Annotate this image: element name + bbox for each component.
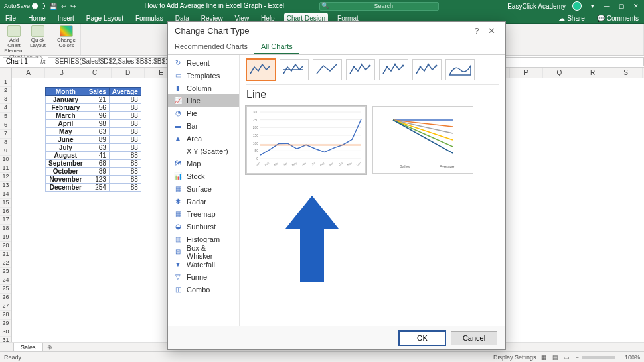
ok-button[interactable]: OK xyxy=(399,331,445,345)
chart-type-area[interactable]: ▲Area xyxy=(168,132,239,145)
quick-layout-button[interactable]: Quick Layout xyxy=(27,25,49,48)
row-header-30[interactable]: 30 xyxy=(0,328,11,337)
row-header-17[interactable]: 17 xyxy=(0,216,11,225)
ribbon-tab-formulas[interactable]: Formulas xyxy=(133,13,166,23)
zoom-out-icon[interactable]: − xyxy=(575,354,578,361)
dialog-help-icon[interactable]: ? xyxy=(469,26,484,36)
zoom-slider[interactable] xyxy=(582,356,615,359)
row-header-27[interactable]: 27 xyxy=(0,302,11,311)
line-subtype-4[interactable] xyxy=(346,59,375,80)
chart-type-radar[interactable]: ✱Radar xyxy=(168,195,239,208)
fx-icon[interactable]: fx xyxy=(39,58,48,65)
row-header-16[interactable]: 16 xyxy=(0,208,11,216)
row-header-6[interactable]: 6 xyxy=(0,121,11,130)
col-header-B[interactable]: B xyxy=(45,68,78,78)
col-header-S[interactable]: S xyxy=(609,68,643,78)
minimize-icon[interactable]: — xyxy=(603,2,611,10)
cancel-button[interactable]: Cancel xyxy=(451,331,497,345)
maximize-icon[interactable]: ▢ xyxy=(617,2,625,10)
row-header-10[interactable]: 10 xyxy=(0,156,11,164)
chart-type-waterfall[interactable]: ▼Waterfall xyxy=(168,258,239,271)
dialog-close-icon[interactable]: ✕ xyxy=(484,26,499,36)
dialog-tab-all-charts[interactable]: All Charts xyxy=(254,40,299,54)
redo-icon[interactable]: ↪ xyxy=(70,3,76,10)
col-header-P[interactable]: P xyxy=(510,68,543,78)
chart-type-column[interactable]: ▮Column xyxy=(168,82,239,94)
name-box[interactable] xyxy=(3,57,37,66)
row-header-11[interactable]: 11 xyxy=(0,164,11,173)
chart-type-line[interactable]: 📈Line xyxy=(168,94,239,107)
row-header-13[interactable]: 13 xyxy=(0,182,11,190)
row-header-25[interactable]: 25 xyxy=(0,285,11,294)
row-header-19[interactable]: 19 xyxy=(0,233,11,242)
row-header-4[interactable]: 4 xyxy=(0,104,11,113)
row-header-26[interactable]: 26 xyxy=(0,294,11,302)
row-header-15[interactable]: 15 xyxy=(0,199,11,208)
view-normal-icon[interactable]: ▦ xyxy=(541,354,547,361)
view-break-icon[interactable]: ▭ xyxy=(564,354,570,361)
row-header-7[interactable]: 7 xyxy=(0,130,11,139)
line-subtype-5[interactable] xyxy=(379,59,408,80)
row-header-21[interactable]: 21 xyxy=(0,251,11,259)
avatar[interactable] xyxy=(572,1,582,11)
zoom-value[interactable]: 100% xyxy=(625,354,640,361)
row-header-12[interactable]: 12 xyxy=(0,173,11,182)
autosave-toggle[interactable]: AutoSave xyxy=(4,3,45,9)
line-subtype-6[interactable] xyxy=(412,59,442,80)
col-header-D[interactable]: D xyxy=(112,68,145,78)
chart-type-treemap[interactable]: ▦Treemap xyxy=(168,208,239,220)
select-all-corner[interactable] xyxy=(0,68,12,78)
line-subtype-2[interactable] xyxy=(280,59,309,80)
row-header-22[interactable]: 22 xyxy=(0,259,11,268)
row-header-2[interactable]: 2 xyxy=(0,87,11,95)
line-subtype-3[interactable] xyxy=(313,59,342,80)
chart-type-stock[interactable]: 📊Stock xyxy=(168,170,239,182)
display-settings[interactable]: Display Settings xyxy=(493,354,536,361)
dialog-tab-recommended-charts[interactable]: Recommended Charts xyxy=(168,40,254,54)
col-header-A[interactable]: A xyxy=(12,68,45,78)
chart-type-funnel[interactable]: ▽Funnel xyxy=(168,271,239,283)
row-header-14[interactable]: 14 xyxy=(0,190,11,199)
add-chart-element-button[interactable]: Add Chart Element xyxy=(3,25,25,54)
col-header-Q[interactable]: Q xyxy=(543,68,576,78)
chart-type-box-whisker[interactable]: ⊟Box & Whisker xyxy=(168,245,239,258)
chart-type-sunburst[interactable]: ◒Sunburst xyxy=(168,220,239,233)
comments-button[interactable]: 💬 Comments xyxy=(594,13,641,23)
account-name[interactable]: EasyClick Academy xyxy=(507,3,566,10)
save-icon[interactable]: 💾 xyxy=(49,3,57,10)
row-header-9[interactable]: 9 xyxy=(0,147,11,156)
change-colors-button[interactable]: Change Colors xyxy=(55,25,78,48)
chart-preview-2[interactable]: SalesAverage xyxy=(372,106,473,174)
chart-type-combo[interactable]: ◫Combo xyxy=(168,283,239,296)
view-page-icon[interactable]: ▤ xyxy=(552,354,558,361)
row-header-24[interactable]: 24 xyxy=(0,276,11,285)
share-button[interactable]: ☁ Share xyxy=(556,13,587,23)
row-header-3[interactable]: 3 xyxy=(0,95,11,104)
chart-type-x-y-scatter-[interactable]: ⋯X Y (Scatter) xyxy=(168,145,239,157)
row-header-23[interactable]: 23 xyxy=(0,268,11,276)
chart-type-surface[interactable]: ▦Surface xyxy=(168,182,239,195)
ribbon-options-icon[interactable]: ▾ xyxy=(588,2,596,10)
row-header-28[interactable]: 28 xyxy=(0,311,11,320)
line-subtype-1[interactable] xyxy=(246,59,276,80)
search-input[interactable]: Search xyxy=(319,2,439,11)
ribbon-tab-file[interactable]: File xyxy=(3,13,19,23)
col-header-C[interactable]: C xyxy=(78,68,112,78)
ribbon-tab-home[interactable]: Home xyxy=(25,13,48,23)
chart-type-map[interactable]: 🗺Map xyxy=(168,157,239,170)
chart-type-templates[interactable]: ▭Templates xyxy=(168,69,239,82)
close-icon[interactable]: ✕ xyxy=(632,2,640,10)
chart-preview-1[interactable]: 050100150200250300JanFebMarAprMayJunJulA… xyxy=(246,106,366,174)
row-header-18[interactable]: 18 xyxy=(0,225,11,233)
chart-type-pie[interactable]: ◔Pie xyxy=(168,107,239,119)
chart-type-bar[interactable]: ▬Bar xyxy=(168,119,239,132)
col-header-R[interactable]: R xyxy=(576,68,609,78)
new-sheet-icon[interactable]: ⊕ xyxy=(43,344,56,351)
row-header-1[interactable]: 1 xyxy=(0,78,11,87)
ribbon-tab-page-layout[interactable]: Page Layout xyxy=(84,13,126,23)
row-header-29[interactable]: 29 xyxy=(0,320,11,328)
row-header-20[interactable]: 20 xyxy=(0,242,11,251)
chart-type-recent[interactable]: ↻Recent xyxy=(168,56,239,69)
row-header-5[interactable]: 5 xyxy=(0,113,11,121)
line-subtype-7[interactable] xyxy=(445,59,475,80)
